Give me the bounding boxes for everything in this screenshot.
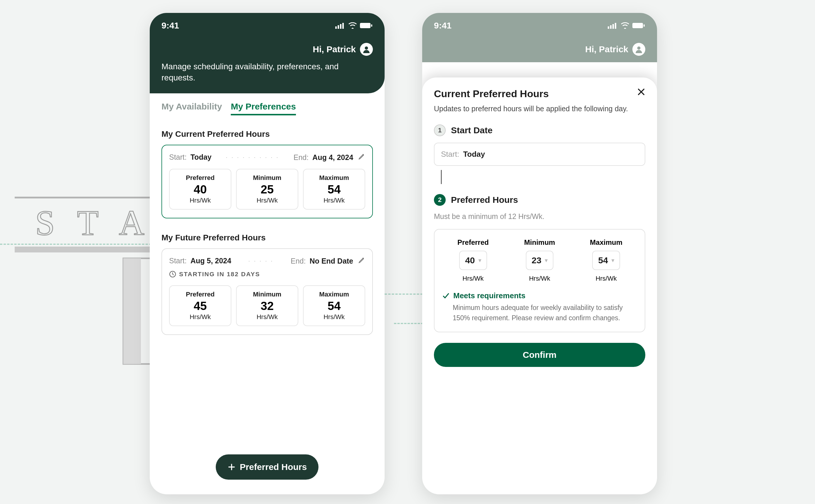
chevron-down-icon: ▾ bbox=[545, 257, 548, 264]
current-title: My Current Preferred Hours bbox=[150, 118, 385, 145]
current-start-label: Start: bbox=[169, 153, 187, 161]
svg-rect-4 bbox=[123, 258, 141, 364]
current-card: Start: Today · · · · · · · · · · End: Au… bbox=[161, 145, 373, 218]
future-title: My Future Preferred Hours bbox=[150, 230, 385, 248]
signal-icon bbox=[608, 22, 618, 29]
battery-icon bbox=[360, 22, 373, 29]
current-maximum: Maximum 54 Hrs/Wk bbox=[303, 169, 365, 210]
validation-block: Meets requirements Minimum hours adequat… bbox=[442, 291, 637, 323]
user-icon bbox=[363, 45, 370, 53]
close-button[interactable] bbox=[637, 86, 645, 99]
wifi-icon bbox=[348, 22, 357, 29]
greeting-text: Hi, Patrick bbox=[585, 44, 628, 54]
svg-rect-6 bbox=[338, 25, 339, 29]
svg-rect-7 bbox=[340, 24, 341, 29]
bottom-sheet: Current Preferred Hours Updates to prefe… bbox=[422, 77, 657, 494]
pencil-icon bbox=[358, 153, 365, 160]
svg-rect-9 bbox=[360, 23, 371, 28]
editor-preferred: Preferred 40 ▾ Hrs/Wk bbox=[442, 238, 504, 282]
rule-note: Must be a minimum of 12 Hrs/Wk. bbox=[434, 212, 645, 221]
tab-preferences[interactable]: My Preferences bbox=[231, 102, 296, 115]
current-start-value: Today bbox=[191, 153, 212, 161]
status-time: 9:41 bbox=[161, 21, 179, 31]
signal-icon bbox=[335, 22, 345, 29]
svg-rect-10 bbox=[371, 24, 372, 27]
dimmed-header: 9:41 Hi, Patrick bbox=[422, 13, 657, 62]
plus-icon bbox=[228, 463, 236, 471]
user-icon bbox=[635, 45, 643, 53]
status-time: 9:41 bbox=[434, 21, 452, 31]
svg-rect-8 bbox=[342, 23, 344, 29]
svg-rect-5 bbox=[335, 26, 337, 29]
future-end-value: No End Date bbox=[309, 257, 353, 265]
chevron-down-icon: ▾ bbox=[612, 257, 614, 264]
edit-future-icon[interactable] bbox=[358, 257, 365, 265]
future-preferred: Preferred 45 Hrs/Wk bbox=[169, 285, 231, 326]
avatar[interactable] bbox=[632, 43, 645, 56]
clock-icon bbox=[169, 271, 176, 278]
pencil-icon bbox=[358, 257, 365, 264]
start-date-field[interactable]: Start: Today bbox=[434, 143, 645, 166]
svg-point-19 bbox=[637, 46, 641, 50]
greeting-text: Hi, Patrick bbox=[313, 44, 356, 54]
meets-heading: Meets requirements bbox=[453, 291, 526, 300]
sheet-title: Current Preferred Hours bbox=[434, 88, 645, 100]
add-preferred-hours-button[interactable]: Preferred Hours bbox=[216, 454, 319, 480]
svg-rect-1 bbox=[15, 197, 167, 198]
phone-preferences: 9:41 Hi, Patrick Manage scheduling avail… bbox=[150, 13, 385, 494]
status-icons bbox=[335, 22, 373, 29]
date-separator: · · · · · bbox=[245, 257, 277, 264]
app-header: 9:41 Hi, Patrick Manage scheduling avail… bbox=[150, 13, 385, 93]
future-maximum: Maximum 54 Hrs/Wk bbox=[303, 285, 365, 326]
current-preferred: Preferred 40 Hrs/Wk bbox=[169, 169, 231, 210]
header-subtitle: Manage scheduling availability, preferen… bbox=[161, 61, 373, 83]
future-card: Start: Aug 5, 2024 · · · · · End: No End… bbox=[161, 248, 373, 335]
svg-rect-17 bbox=[632, 23, 643, 28]
status-icons bbox=[608, 22, 645, 29]
wifi-icon bbox=[621, 22, 629, 29]
battery-icon bbox=[632, 22, 645, 29]
future-start-label: Start: bbox=[169, 257, 187, 265]
confirm-button[interactable]: Confirm bbox=[434, 343, 645, 367]
preferred-stepper[interactable]: 40 ▾ bbox=[459, 251, 487, 270]
maximum-stepper[interactable]: 54 ▾ bbox=[592, 251, 620, 270]
tabs: My Availability My Preferences bbox=[150, 93, 385, 118]
meets-body: Minimum hours adequate for weekly availa… bbox=[453, 303, 637, 323]
svg-rect-13 bbox=[608, 26, 609, 29]
edit-current-icon[interactable] bbox=[358, 153, 365, 161]
step2-badge: 2 bbox=[434, 194, 446, 206]
future-starting-note: STARTING IN 182 DAYS bbox=[179, 271, 260, 278]
avatar[interactable] bbox=[360, 43, 373, 56]
text-cursor bbox=[441, 170, 442, 184]
date-separator: · · · · · · · · · · bbox=[223, 154, 282, 161]
current-minimum: Minimum 25 Hrs/Wk bbox=[236, 169, 298, 210]
future-start-value: Aug 5, 2024 bbox=[191, 257, 231, 265]
tab-availability[interactable]: My Availability bbox=[161, 102, 222, 115]
hours-editor: Preferred 40 ▾ Hrs/Wk Minimum 23 ▾ bbox=[434, 229, 645, 332]
editor-minimum: Minimum 23 ▾ Hrs/Wk bbox=[509, 238, 571, 282]
current-end-label: End: bbox=[294, 153, 309, 161]
step2-label: Preferred Hours bbox=[451, 195, 518, 205]
sheet-note: Updates to preferred hours will be appli… bbox=[434, 104, 645, 114]
minimum-stepper[interactable]: 23 ▾ bbox=[526, 251, 553, 270]
check-icon bbox=[442, 292, 450, 300]
step1-label: Start Date bbox=[451, 125, 493, 135]
svg-rect-16 bbox=[615, 23, 616, 29]
editor-maximum: Maximum 54 ▾ Hrs/Wk bbox=[575, 238, 637, 282]
svg-point-11 bbox=[365, 46, 368, 50]
svg-rect-15 bbox=[612, 24, 614, 29]
future-end-label: End: bbox=[291, 257, 306, 265]
close-icon bbox=[637, 88, 645, 96]
current-end-value: Aug 4, 2024 bbox=[312, 153, 353, 161]
future-minimum: Minimum 32 Hrs/Wk bbox=[236, 285, 298, 326]
svg-rect-18 bbox=[644, 24, 645, 27]
start-date-value: Today bbox=[463, 150, 485, 159]
step1-badge: 1 bbox=[434, 124, 446, 136]
phone-edit-sheet: 9:41 Hi, Patrick Current Preferred Hours… bbox=[422, 13, 657, 494]
svg-rect-14 bbox=[610, 25, 612, 29]
chevron-down-icon: ▾ bbox=[479, 257, 481, 264]
svg-rect-2 bbox=[15, 247, 167, 252]
